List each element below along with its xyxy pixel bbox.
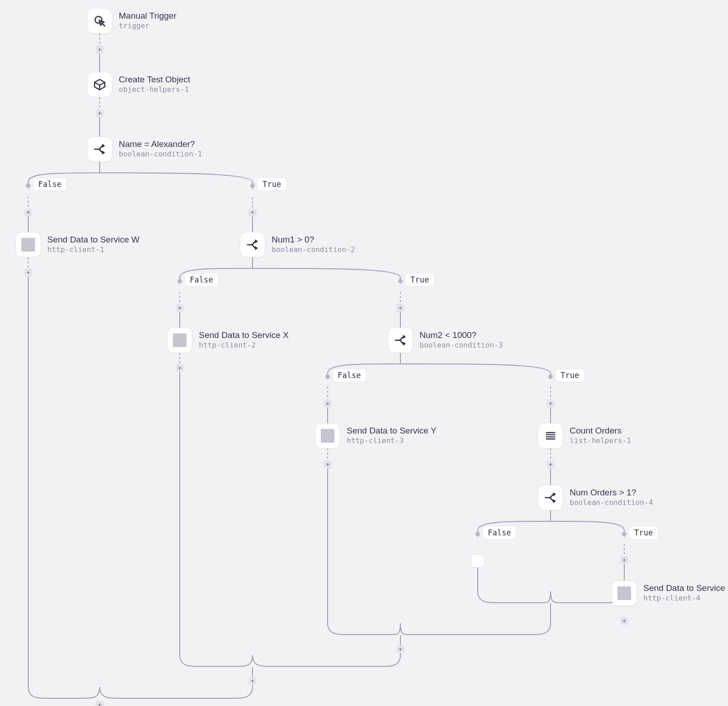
node-send-service-z[interactable]: Send Data to Service Z http-client-4: [612, 580, 728, 606]
branch-label-true: True: [629, 526, 658, 540]
add-step-button[interactable]: [620, 617, 628, 625]
node-title: Send Data to Service Z: [643, 583, 728, 594]
workflow-canvas[interactable]: False True False True False True False T…: [0, 0, 728, 706]
add-step-button[interactable]: [620, 556, 628, 564]
node-title: Send Data to Service W: [47, 235, 140, 245]
node-title: Num Orders > 1?: [570, 488, 653, 498]
node-sub: boolean-condition-2: [272, 245, 355, 255]
http-icon: [15, 232, 41, 257]
http-icon: [167, 328, 192, 353]
branch-icon: [87, 136, 112, 162]
branch-label-false: False: [184, 273, 218, 287]
http-icon: [612, 580, 637, 606]
add-step-button[interactable]: [248, 677, 257, 685]
port: [325, 374, 330, 379]
node-sub: http-client-3: [347, 436, 436, 446]
branch-icon: [388, 328, 413, 353]
node-send-service-y[interactable]: Send Data to Service Y http-client-3: [315, 423, 436, 449]
node-condition-name[interactable]: Name = Alexander? boolean-condition-1: [87, 136, 202, 162]
node-title: Num1 > 0?: [272, 235, 355, 245]
add-step-button[interactable]: [546, 460, 555, 469]
node-title: Send Data to Service Y: [347, 426, 436, 436]
cube-icon: [87, 72, 112, 97]
branch-icon: [538, 485, 563, 510]
add-step-button[interactable]: [24, 268, 32, 277]
node-title: Manual Trigger: [119, 11, 177, 21]
http-icon: [315, 423, 340, 449]
add-step-button[interactable]: [546, 399, 555, 408]
node-sub: object-helpers-1: [119, 85, 190, 95]
branch-label-true: True: [257, 177, 287, 191]
node-sub: boolean-condition-3: [420, 341, 503, 350]
port: [398, 279, 403, 283]
list-icon: [538, 423, 563, 449]
branch-label-true: True: [555, 368, 585, 382]
add-step-button[interactable]: [96, 109, 104, 117]
node-title: Create Test Object: [119, 75, 190, 85]
add-step-button[interactable]: [176, 364, 184, 372]
add-step-button[interactable]: [324, 460, 332, 469]
add-step-button[interactable]: [96, 45, 104, 54]
port: [250, 183, 255, 188]
node-title: Count Orders: [570, 426, 631, 436]
port: [177, 279, 182, 283]
node-send-service-x[interactable]: Send Data to Service X http-client-2: [167, 328, 289, 353]
node-sub: boolean-condition-1: [119, 150, 202, 159]
port: [475, 532, 480, 536]
branch-label-false: False: [332, 368, 366, 382]
empty-node-icon: [471, 554, 485, 568]
node-sub: trigger: [119, 21, 177, 31]
node-condition-num1[interactable]: Num1 > 0? boolean-condition-2: [240, 232, 355, 257]
port: [26, 183, 30, 188]
svg-point-0: [95, 16, 102, 23]
node-create-test-object[interactable]: Create Test Object object-helpers-1: [87, 72, 190, 97]
branch-label-false: False: [33, 177, 67, 191]
node-sub: http-client-1: [47, 245, 140, 255]
node-send-service-w[interactable]: Send Data to Service W http-client-1: [15, 232, 140, 257]
node-sub: list-helpers-1: [570, 436, 631, 446]
port: [548, 374, 553, 379]
node-empty[interactable]: [471, 554, 485, 568]
add-step-button[interactable]: [24, 208, 32, 217]
add-step-button[interactable]: [176, 304, 184, 312]
node-sub: boolean-condition-4: [570, 498, 653, 508]
node-title: Num2 < 1000?: [420, 330, 503, 341]
node-condition-num2[interactable]: Num2 < 1000? boolean-condition-3: [388, 328, 503, 353]
add-step-button[interactable]: [248, 208, 257, 217]
branch-icon: [240, 232, 265, 257]
node-count-orders[interactable]: Count Orders list-helpers-1: [538, 423, 631, 449]
node-title: Name = Alexander?: [119, 139, 202, 150]
node-sub: http-client-2: [199, 341, 289, 350]
port: [622, 532, 627, 536]
add-step-button[interactable]: [96, 701, 104, 706]
add-step-button[interactable]: [396, 645, 404, 653]
branch-label-true: True: [405, 273, 435, 287]
node-title: Send Data to Service X: [199, 330, 289, 341]
node-manual-trigger[interactable]: Manual Trigger trigger: [87, 8, 177, 34]
add-step-button[interactable]: [324, 399, 332, 408]
branch-label-false: False: [482, 526, 516, 540]
node-condition-num-orders[interactable]: Num Orders > 1? boolean-condition-4: [538, 485, 653, 510]
node-sub: http-client-4: [643, 594, 728, 603]
cursor-click-icon: [87, 8, 112, 34]
add-step-button[interactable]: [396, 304, 404, 312]
